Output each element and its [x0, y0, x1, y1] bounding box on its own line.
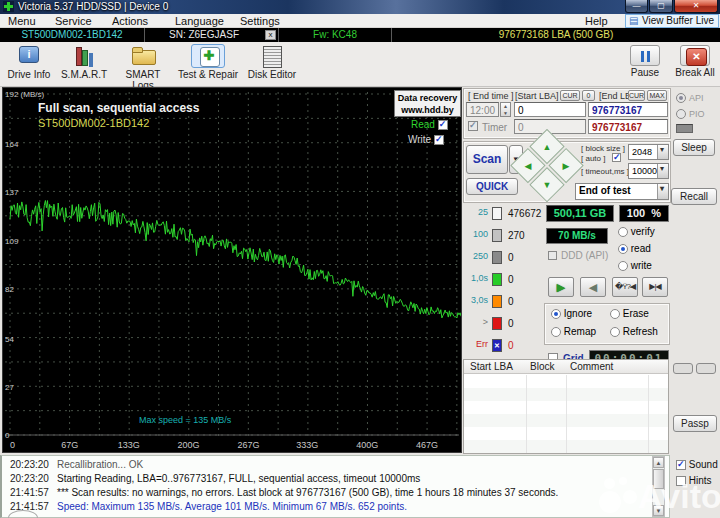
stat-row-25: 25476672 — [466, 207, 542, 221]
svg-text:333G: 333G — [296, 440, 318, 450]
reverse-icon: ◀ — [589, 281, 597, 293]
menu-item-help[interactable]: Help — [585, 14, 608, 28]
end-time-spinner[interactable]: ▲▼ — [500, 102, 511, 117]
svg-text:0: 0 — [5, 431, 10, 440]
mode-verify[interactable]: verify — [618, 226, 655, 237]
defect-table[interactable]: Start LBA Block Comment — [463, 359, 669, 454]
end-lba-field-2[interactable]: 976773167 — [588, 119, 668, 134]
start-lba-field[interactable]: 0 — [514, 102, 586, 117]
end-lba-cur-button[interactable]: CUR — [628, 90, 645, 101]
action-ignore[interactable]: Ignore — [551, 308, 592, 319]
break-all-button[interactable]: Break All — [672, 45, 718, 78]
block-bucket-icon — [492, 229, 502, 242]
action-erase[interactable]: Erase — [610, 308, 649, 319]
stat-row-100: 100270 — [466, 229, 542, 243]
menu-item-actions[interactable]: Actions — [112, 14, 148, 28]
error-block-icon — [492, 339, 502, 352]
passp-button[interactable]: Passp — [673, 415, 717, 432]
seek-error-button[interactable]: �Ÿ?̴◀ — [612, 277, 638, 297]
sleep-button[interactable]: Sleep — [673, 139, 715, 156]
mini-button-2[interactable] — [696, 363, 716, 374]
ddd-checkbox[interactable] — [548, 251, 557, 260]
start-button[interactable]: ▶ — [548, 277, 574, 297]
sound-checkbox — [676, 460, 686, 470]
svg-text:192 (MB/s): 192 (MB/s) — [5, 90, 44, 99]
menu-item-service[interactable]: Service — [55, 14, 92, 28]
stat-row-250: 2500 — [466, 251, 542, 265]
end-lba-max-button[interactable]: MAX — [647, 90, 667, 101]
stat-row-3s: 3,0s0 — [466, 295, 542, 309]
scan-button[interactable]: Scan — [466, 145, 508, 174]
sound-option[interactable]: Sound — [676, 459, 718, 470]
end-of-test-select[interactable]: End of test — [575, 183, 669, 200]
reverse-button[interactable]: ◀ — [580, 277, 606, 297]
drive-info-button[interactable]: Drive Info — [4, 44, 54, 80]
scroll-up-icon[interactable]: ▲ — [653, 457, 664, 468]
svg-text:467G: 467G — [416, 440, 438, 450]
action-remap[interactable]: Remap — [551, 326, 596, 337]
data-recovery-box: Data recovery www.hdd.by — [394, 90, 461, 117]
view-buffer-live-button[interactable]: View Buffer Live — [625, 14, 719, 28]
quick-button[interactable]: QUICK — [466, 178, 518, 195]
mode-write[interactable]: write — [618, 260, 652, 271]
hints-checkbox — [676, 476, 686, 486]
mode-read[interactable]: read — [618, 243, 651, 254]
minimize-button[interactable]: — — [625, 0, 648, 13]
hints-option[interactable]: Hints — [676, 475, 712, 486]
read-checkbox[interactable] — [438, 120, 448, 130]
test-repair-button[interactable]: Test & Repair — [176, 44, 240, 80]
disk-editor-button[interactable]: Disk Editor — [244, 44, 300, 80]
device-model[interactable]: ST500DM002-1BD142 — [0, 28, 145, 42]
auto-checkbox[interactable] — [612, 153, 621, 162]
play-icon: ▶ — [557, 281, 565, 293]
radio-icon — [610, 309, 620, 319]
seek-end-button[interactable]: ▶|◀ — [642, 277, 668, 297]
smart-button[interactable]: S.M.A.R.T — [58, 44, 110, 80]
stat-row-slow: >0 — [466, 317, 542, 331]
defect-table-header: Start LBA Block Comment — [464, 360, 668, 374]
menu-item-menu[interactable]: Menu — [8, 14, 36, 28]
timeout-select[interactable]: 10000 — [628, 163, 669, 179]
scrollbar-thumb[interactable] — [653, 469, 664, 489]
maximize-button[interactable]: ▢ — [649, 0, 673, 13]
device-serial[interactable]: SN: Z6EGJASF — [145, 28, 263, 42]
scroll-down-icon[interactable]: ▼ — [653, 505, 664, 516]
radio-icon — [551, 327, 561, 337]
svg-text:109: 109 — [5, 237, 19, 246]
write-checkbox[interactable] — [434, 135, 444, 145]
log-panel[interactable]: 20:23:20Recallibration... OK 20:23:20Sta… — [0, 455, 670, 518]
pio-radio[interactable]: PIO — [676, 107, 705, 119]
start-lba-cur-button[interactable]: CUR — [560, 90, 580, 101]
menu-item-language[interactable]: Language — [175, 14, 224, 28]
device-bar: ST500DM002-1BD142 SN: Z6EGJASF x Fw: KC4… — [0, 28, 720, 42]
menu-item-settings[interactable]: Settings — [240, 14, 280, 28]
svg-text:164: 164 — [5, 140, 19, 149]
log-scrollbar[interactable]: ▲ ▼ — [652, 456, 665, 517]
device-firmware[interactable]: Fw: KC48 — [279, 28, 392, 42]
svg-text:54: 54 — [5, 335, 14, 344]
block-size-select[interactable]: 2048 — [628, 144, 669, 160]
victoria-app-window: Victoria 5.37 HDD/SSD | Device 0 — ▢ ✕ M… — [0, 0, 720, 518]
end-time-field[interactable]: 12:00 — [466, 102, 499, 117]
timer-checkbox[interactable] — [468, 121, 478, 131]
mini-button-1[interactable] — [673, 363, 693, 374]
close-button[interactable]: ✕ — [674, 0, 718, 13]
radio-icon — [610, 327, 620, 337]
action-refresh[interactable]: Refresh — [610, 326, 658, 337]
svg-text:267G: 267G — [237, 440, 259, 450]
seek-error-icon: �Ÿ?̴◀ — [615, 282, 635, 291]
smart-logs-button[interactable]: SMART Logs — [114, 44, 172, 91]
legend-write: Write — [408, 134, 444, 145]
api-radio[interactable]: API — [676, 91, 704, 103]
radio-icon — [551, 309, 561, 319]
svg-text:137: 137 — [5, 188, 19, 197]
auto-label: [ auto ] — [581, 154, 605, 163]
activity-led — [676, 124, 693, 133]
seek-end-icon: ▶|◀ — [649, 282, 660, 291]
end-lba-field[interactable]: 976773167 — [588, 102, 668, 117]
device-close-icon[interactable]: x — [265, 30, 276, 40]
app-icon — [3, 1, 14, 12]
pause-button[interactable]: Pause — [622, 45, 668, 78]
start-lba-zero-button[interactable]: 0 — [582, 90, 595, 101]
recall-button[interactable]: Recall — [671, 188, 717, 205]
